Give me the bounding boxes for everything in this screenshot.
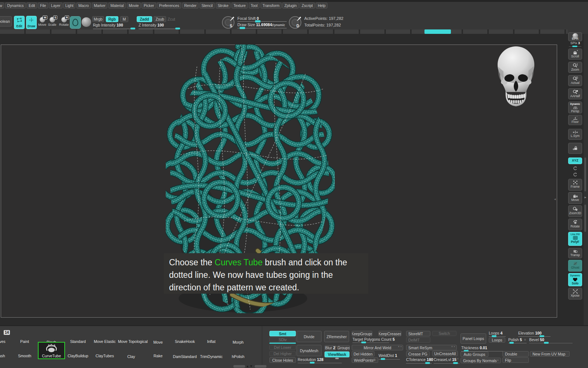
close-holes-button[interactable]: Close Holes — [269, 357, 296, 363]
right-scrollbar-segment[interactable] — [584, 158, 586, 191]
menu-draw[interactable]: raw — [0, 3, 4, 8]
resolution-track[interactable] — [298, 363, 342, 363]
ghost-button[interactable]: Ghost — [568, 260, 582, 272]
z-intensity-track[interactable] — [139, 29, 180, 29]
rotate-z-icon[interactable] — [568, 172, 582, 177]
smart-resym-button[interactable]: Smart ReSym — [406, 345, 457, 350]
menu-render[interactable]: Render — [182, 3, 199, 8]
right-tray-arrow-icon[interactable]: ► — [584, 196, 587, 199]
storemt-button[interactable]: StoreMT — [406, 331, 430, 336]
menu-transform[interactable]: Transform — [261, 3, 282, 8]
loops-track[interactable] — [489, 336, 506, 337]
bpr-button[interactable]: BPR — [568, 32, 582, 41]
tray-divider-active-segment[interactable] — [424, 29, 451, 34]
menu-tool[interactable]: Tool — [249, 3, 260, 8]
stroke-d-icon[interactable]: D — [289, 16, 301, 29]
tray-divider-strip[interactable] — [0, 29, 568, 34]
target-polygons-handle[interactable] — [361, 342, 366, 343]
uncreaseall-button[interactable]: UnCreaseAll — [432, 351, 458, 356]
menu-picker[interactable]: Picker — [141, 3, 156, 8]
creaselvl-handle[interactable] — [453, 362, 458, 364]
menu-zplugin[interactable]: Zplugin — [282, 3, 298, 8]
bevel-track[interactable] — [529, 343, 573, 343]
polish-slider[interactable]: Polish 5 — [508, 337, 522, 342]
rotate-camera-button[interactable]: Rotate — [568, 219, 582, 230]
actual-button[interactable]: Actual — [568, 75, 582, 86]
solo-button[interactable]: Dynamic Solo — [568, 273, 582, 286]
menu-preferences[interactable]: Preferences — [157, 3, 181, 8]
zcut-button[interactable]: Zcut — [168, 17, 175, 21]
boolean-button[interactable]: oolean — [0, 16, 12, 26]
bevel-slider[interactable]: Bevel 50 — [529, 337, 544, 342]
mrgb-button[interactable]: Mrgb — [92, 16, 104, 22]
groups-button[interactable]: Groups — [337, 345, 350, 350]
thickness-slider[interactable]: Thickness 0.01 — [461, 346, 487, 350]
creaselvl-circle-icon[interactable]: ○ — [457, 357, 459, 360]
elevation-track[interactable] — [518, 336, 551, 337]
persp-button[interactable]: Dynamic Persp — [568, 102, 582, 113]
spix-handle[interactable] — [572, 46, 577, 47]
sdiv-handle[interactable] — [269, 343, 296, 344]
zsub-button[interactable]: Zsub — [154, 16, 166, 22]
edit-button[interactable]: Edit — [14, 16, 25, 29]
current-stroke-icon[interactable] — [70, 16, 81, 29]
loops-handle[interactable] — [492, 335, 496, 337]
tray-collapse-icon[interactable]: ▲ — [246, 365, 249, 368]
del-hidden-button[interactable]: Del Hidden — [352, 351, 374, 357]
rgb-button[interactable]: Rgb — [106, 16, 118, 22]
menu-layer[interactable]: Layer — [49, 3, 62, 8]
zremesher-button[interactable]: ZRemesher — [324, 331, 349, 342]
sdiv-slider[interactable]: SDiv — [269, 337, 296, 342]
polish-handle[interactable] — [509, 342, 514, 344]
menu-zscript[interactable]: Zscript — [300, 3, 315, 8]
tray-handle-bar[interactable] — [233, 365, 245, 368]
aahalf-button[interactable]: AAHalf — [568, 88, 582, 99]
new-from-uv-map-button[interactable]: New From UV Map — [530, 351, 570, 357]
groups-by-normals-button[interactable]: Groups By Normals — [460, 358, 501, 363]
rgb-intensity-slider[interactable]: Rgb Intensity 100 — [93, 23, 123, 27]
menu-light[interactable]: Light — [63, 3, 75, 8]
target-polygons-track[interactable] — [352, 343, 389, 343]
weldpoints-target-icon[interactable]: ◎ — [373, 358, 376, 361]
draw-size-slider[interactable]: Draw Size 11.69084 — [237, 22, 272, 27]
xpose-button[interactable]: Xpose — [568, 288, 582, 300]
frame-button[interactable]: Frame — [568, 179, 582, 191]
menu-stroke[interactable]: Stroke — [216, 3, 230, 8]
crease-pg-button[interactable]: Crease PG — [406, 351, 430, 357]
dynamesh-button[interactable]: DynaMesh — [297, 345, 322, 356]
mirror-and-weld-button[interactable]: Mirror And Weld — [352, 345, 403, 350]
keepgroups-button[interactable]: KeepGroups — [352, 331, 372, 336]
scroll-button[interactable]: Scroll — [568, 49, 582, 60]
menu-dynamics[interactable]: Dynamics — [5, 3, 26, 8]
flip-button[interactable]: Flip — [502, 357, 529, 363]
bevel-handle[interactable] — [544, 342, 549, 344]
panel-loops-button[interactable]: Panel Loops — [460, 333, 486, 344]
menu-movie[interactable]: Movie — [127, 3, 141, 8]
elevation-handle[interactable] — [539, 335, 544, 337]
menu-texture[interactable]: Texture — [232, 3, 248, 8]
polyf-button[interactable]: Line Fill PolyF — [568, 232, 582, 246]
document-canvas[interactable]: Choose the Curves Tube brush and click o… — [1, 45, 557, 318]
ctolerance-handle[interactable] — [425, 362, 430, 364]
brush-curvetube-selected[interactable]: CurveTube — [38, 342, 65, 359]
menu-edit[interactable]: Edit — [26, 3, 37, 8]
focal-shift-track[interactable] — [237, 21, 287, 22]
draw-button[interactable]: Draw — [26, 16, 37, 29]
z-intensity-slider[interactable]: Z Intensity 100 — [139, 23, 164, 27]
blur-slider[interactable]: Blur 2 — [325, 345, 336, 350]
menu-macro[interactable]: Macro — [76, 3, 91, 8]
elevation-slider[interactable]: Elevation 100 — [518, 331, 542, 335]
menu-file[interactable]: File — [38, 3, 48, 8]
welddist-slider[interactable]: WeldDist 1 — [379, 353, 397, 358]
rotate-button[interactable]: R Rotate — [58, 17, 70, 26]
creaselvl-slider[interactable]: CreaseLvl 15 — [434, 357, 456, 362]
groups-by-normals-circle-icon[interactable]: ○ — [497, 359, 499, 362]
m-button[interactable]: M — [120, 16, 128, 22]
menu-help[interactable]: Help — [316, 3, 327, 8]
draw-size-handle[interactable] — [240, 27, 245, 29]
viewmask-handle[interactable] — [335, 358, 339, 359]
move-camera-button[interactable]: Move — [568, 192, 582, 204]
target-polygons-slider[interactable]: Target Polygons Count 5 — [352, 337, 395, 342]
lsym-button[interactable]: L.Sym — [568, 129, 582, 140]
current-alpha-sphere-icon[interactable] — [82, 17, 91, 27]
